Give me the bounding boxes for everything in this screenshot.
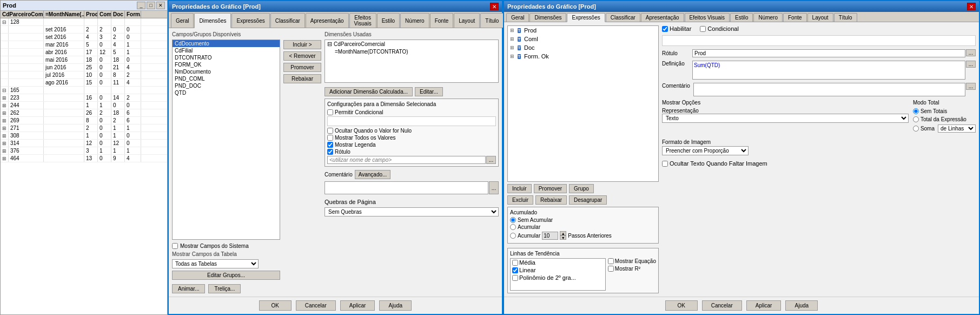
ok-btn-mid[interactable]: OK [259, 300, 292, 311]
desagrupar-expr-btn[interactable]: Desagrupar [569, 195, 607, 205]
promover-expr-btn[interactable]: Promover [534, 184, 567, 193]
tab-efeitos-right[interactable]: Efeitos Visuais [685, 13, 730, 22]
expr-tree[interactable]: ⊞ T Prod ⊞ T Coml ⊞ T Doc ⊞ T Form. [507, 25, 659, 182]
incluir-dim-btn[interactable]: Incluir > [283, 40, 321, 49]
definicao-box[interactable]: Sum(QTD) [692, 61, 965, 80]
ok-btn-right[interactable]: OK [665, 300, 698, 311]
expand-223[interactable]: ⊞ [1, 94, 9, 101]
passos-input[interactable] [542, 232, 558, 240]
linhas-item-polinomio[interactable]: Polinômio de 2º gra... [511, 274, 605, 281]
representacao-select[interactable]: Texto Imagem Círculo [662, 114, 909, 123]
rotulo-right-ellipsis-btn[interactable]: ... [966, 49, 976, 56]
soma-select[interactable]: de Linhas [938, 124, 976, 133]
acumular-passos-radio[interactable] [510, 233, 516, 239]
help-btn-mid[interactable]: Ajuda [379, 300, 412, 311]
grid-close-btn[interactable]: ✕ [156, 2, 165, 9]
tab-titulo-right[interactable]: Título [834, 13, 857, 22]
promover-dim-btn[interactable]: Promover [283, 63, 321, 72]
tab-estilo-right[interactable]: Estilo [730, 13, 753, 22]
field-item-nmdocumento[interactable]: NmDocumento [173, 68, 280, 75]
tab-layout-right[interactable]: Layout [807, 13, 833, 22]
used-item-cd[interactable]: ⊟ CdParceiroComercial [325, 40, 498, 48]
soma-radio[interactable] [913, 126, 919, 132]
comentario-right-area[interactable] [693, 83, 965, 96]
apply-btn-mid[interactable]: Aplicar [340, 300, 375, 311]
dialog-close-mid[interactable]: ✕ [490, 3, 499, 10]
tab-dimensoes-right[interactable]: Dimensões [529, 13, 566, 22]
quebras-select[interactable]: Sem Quebras [325, 207, 499, 216]
total-expressao-radio[interactable] [913, 116, 919, 122]
tab-numero-right[interactable]: Número [753, 13, 783, 22]
help-btn-right[interactable]: Ajuda [785, 300, 818, 311]
show-campos-sistema-cb[interactable] [172, 243, 178, 249]
tab-expressoes-mid[interactable]: Expressões [231, 13, 269, 28]
available-fields-listbox[interactable]: CdDocumento CdFilial DTCONTRATO FORM_OK … [172, 40, 280, 240]
condicional-cb[interactable] [700, 26, 706, 32]
incluir-expr-btn[interactable]: Incluir [507, 184, 532, 193]
expand-376[interactable]: ⊞ [1, 147, 9, 154]
expand-128[interactable]: ⊟ [1, 18, 9, 25]
mostrar-r2-cb[interactable] [608, 266, 614, 272]
linear-cb[interactable] [512, 267, 518, 273]
grupo-expr-btn[interactable]: Grupo [569, 184, 594, 193]
cancel-btn-right[interactable]: Cancelar [702, 300, 742, 311]
acumular-radio[interactable] [510, 224, 516, 230]
media-cb[interactable] [512, 260, 518, 266]
field-item-pnd-coml[interactable]: PND_COML [173, 75, 280, 82]
tab-fonte-right[interactable]: Fonte [783, 13, 807, 22]
tab-expressoes-right[interactable]: Expressões [567, 13, 605, 22]
definicao-ellipsis-btn[interactable]: ... [966, 61, 976, 68]
rebaixar-expr-btn[interactable]: Rebaixar [535, 195, 567, 205]
mostrar-todos-cb[interactable] [327, 135, 333, 141]
edit-dim-btn[interactable]: Editar... [415, 87, 443, 96]
sem-acumular-radio[interactable] [510, 217, 516, 223]
field-item-dtcontrato[interactable]: DTCONTRATO [173, 54, 280, 61]
ocultar-texto-cb[interactable] [662, 161, 668, 167]
tab-classificar-right[interactable]: Classificar [606, 13, 640, 22]
rotulo-cb[interactable] [327, 149, 333, 155]
sem-totais-radio[interactable] [913, 108, 919, 114]
linhas-item-linear[interactable]: Linear [511, 266, 605, 274]
tree-item-coml[interactable]: ⊞ T Coml [508, 35, 658, 43]
ocultar-nulo-cb[interactable] [327, 128, 333, 134]
used-dimensions-listbox[interactable]: ⊟ CdParceiroComercial =MonthName(DTCONTR… [325, 40, 499, 83]
comentario-input[interactable] [325, 181, 488, 194]
condicional-input[interactable] [662, 35, 976, 46]
rebaixar-dim-btn[interactable]: Rebaixar [283, 74, 321, 83]
dialog-close-right[interactable]: ✕ [967, 3, 976, 10]
rotulo-right-input[interactable] [692, 49, 965, 57]
used-item-month[interactable]: =MonthName(DTCONTRATO) [325, 48, 498, 55]
expand-314[interactable]: ⊞ [1, 140, 9, 147]
expand-308[interactable]: ⊞ [1, 132, 9, 139]
expand-262[interactable]: ⊞ [1, 109, 9, 116]
tree-item-prod[interactable]: ⊞ T Prod [508, 26, 658, 35]
field-item-pnd-doc[interactable]: PND_DOC [173, 82, 280, 89]
rotulo-input[interactable] [327, 156, 486, 164]
field-item-qtd[interactable]: QTD [173, 89, 280, 96]
linhas-item-media[interactable]: Média [511, 259, 605, 266]
expand-244[interactable]: ⊞ [1, 102, 9, 109]
tab-geral-right[interactable]: Geral [506, 13, 529, 22]
tabela-select[interactable]: Todas as Tabelas [172, 259, 259, 268]
cancel-btn-mid[interactable]: Cancelar [296, 300, 336, 311]
formato-imagem-select[interactable]: Preencher com Proporção Sem Esticar Pree… [662, 146, 749, 155]
passos-down-btn[interactable]: ▼ [560, 235, 566, 240]
field-item-cddocumento[interactable]: CdDocumento [173, 40, 280, 47]
grid-minimize-btn[interactable]: _ [137, 2, 145, 9]
tree-item-doc[interactable]: ⊞ T Doc [508, 43, 658, 52]
expand-165[interactable]: ⊟ [1, 87, 9, 94]
expand-271[interactable]: ⊞ [1, 124, 9, 132]
apply-btn-right[interactable]: Aplicar [746, 300, 782, 311]
tab-fonte-mid[interactable]: Fonte [430, 13, 454, 28]
excluir-expr-btn[interactable]: Excluir [507, 195, 533, 205]
tab-apresentacao-right[interactable]: Apresentação [641, 13, 684, 22]
tab-layout-mid[interactable]: Layout [454, 13, 480, 28]
mostrar-equacao-cb[interactable] [608, 258, 614, 264]
tab-dimensoes-mid[interactable]: Dimensões [194, 13, 231, 28]
tab-numero-mid[interactable]: Número [400, 13, 429, 28]
passos-up-btn[interactable]: ▲ [560, 231, 566, 235]
linhas-list[interactable]: Média Linear Polinômio de 2º gra... [510, 258, 606, 291]
add-dim-calc-btn[interactable]: Adicionar Dimensão Calculada... [325, 87, 413, 96]
tab-classificar-mid[interactable]: Classificar [270, 13, 305, 28]
tab-titulo-mid[interactable]: Título [480, 13, 504, 28]
